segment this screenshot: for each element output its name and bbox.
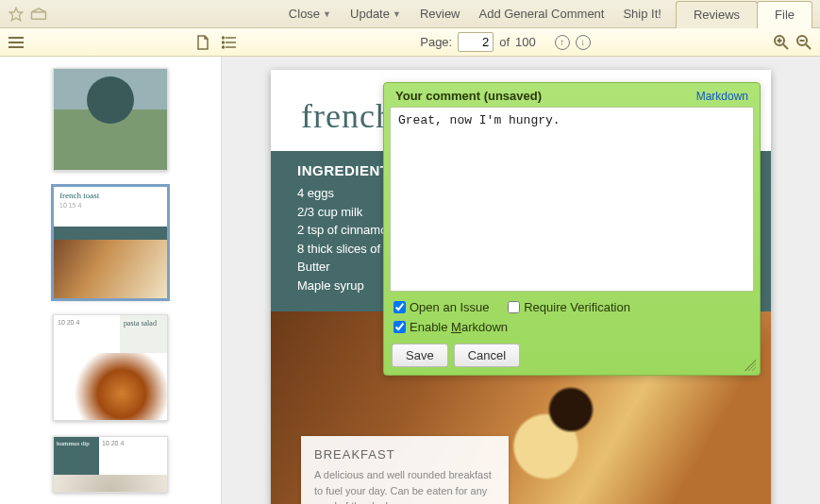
thumbnail-title: hummus dip <box>54 437 99 475</box>
review-button[interactable]: Review <box>410 3 470 25</box>
ship-it-label: Ship It! <box>623 7 661 21</box>
zoom-in-icon[interactable] <box>773 34 790 51</box>
add-general-comment-button[interactable]: Add General Comment <box>470 3 614 25</box>
enable-markdown-checkbox[interactable] <box>393 321 406 333</box>
svg-rect-1 <box>32 11 46 19</box>
thumbnail-banner <box>54 227 167 240</box>
require-verification-checkbox[interactable] <box>508 301 520 313</box>
svg-line-16 <box>806 44 811 49</box>
breakfast-card: BREAKFAST A delicious and well rounded b… <box>301 436 509 504</box>
thumbnail-sidebar[interactable]: french toast 10 15 4 10 20 4 pasta salad… <box>0 57 222 504</box>
tab-file-label: File <box>775 8 795 22</box>
thumbnail-1[interactable] <box>53 68 168 171</box>
thumbnail-meta: 10 20 4 <box>54 315 120 353</box>
tab-reviews[interactable]: Reviews <box>676 1 758 28</box>
open-issue-label: Open an Issue <box>410 300 490 314</box>
ship-it-button[interactable]: Ship It! <box>613 3 670 25</box>
save-button[interactable]: Save <box>392 344 448 367</box>
thumbnail-image <box>54 475 167 492</box>
open-issue-option[interactable]: Open an Issue <box>393 300 490 314</box>
zoom-out-icon[interactable] <box>795 34 812 51</box>
comment-box: Your comment (unsaved) Markdown Open an … <box>383 82 761 376</box>
thumbnail-title: pasta salad <box>120 315 167 353</box>
star-icon[interactable] <box>8 6 25 23</box>
page-toolbar: Page: of 100 ↑ ↓ <box>0 28 820 57</box>
enable-markdown-pre: Enable <box>410 320 451 334</box>
hamburger-icon[interactable] <box>8 34 25 51</box>
archive-icon[interactable] <box>30 6 47 23</box>
view-tabs: Reviews File <box>677 0 812 28</box>
cancel-button[interactable]: Cancel <box>454 344 520 367</box>
next-page-button[interactable]: ↓ <box>576 35 591 50</box>
top-toolbar: Close ▼ Update ▼ Review Add General Comm… <box>0 0 820 28</box>
thumbnail-4[interactable]: hummus dip 10 20 4 <box>53 436 168 493</box>
single-page-icon[interactable] <box>194 34 211 51</box>
page-of-label: of <box>499 35 510 49</box>
card-body: A delicious and well rounded breakfast t… <box>314 467 495 504</box>
enable-markdown-accel: M <box>451 320 461 334</box>
svg-point-10 <box>223 46 225 48</box>
svg-line-12 <box>783 44 788 49</box>
markdown-link[interactable]: Markdown <box>696 90 748 103</box>
card-heading: BREAKFAST <box>314 447 495 462</box>
page-label: Page: <box>420 35 452 49</box>
enable-markdown-post: arkdown <box>461 320 508 334</box>
caret-down-icon: ▼ <box>323 9 331 19</box>
thumbnail-title: french toast <box>59 191 161 200</box>
update-label: Update <box>350 7 390 21</box>
open-issue-checkbox[interactable] <box>393 301 406 313</box>
list-view-icon[interactable] <box>221 34 238 51</box>
close-menu[interactable]: Close ▼ <box>279 3 341 25</box>
require-verification-option[interactable]: Require Verification <box>508 300 630 314</box>
comment-title: Your comment (unsaved) <box>395 89 542 103</box>
prev-page-button[interactable]: ↑ <box>555 35 570 50</box>
add-comment-label: Add General Comment <box>479 7 605 21</box>
svg-point-9 <box>223 42 225 43</box>
thumbnail-image <box>54 69 167 171</box>
thumbnail-meta: 10 15 4 <box>59 202 161 209</box>
update-menu[interactable]: Update ▼ <box>341 3 410 25</box>
page-number-input[interactable] <box>458 32 494 52</box>
svg-marker-0 <box>9 8 22 20</box>
resize-grip-icon[interactable] <box>745 360 756 371</box>
thumbnail-3[interactable]: 10 20 4 pasta salad <box>53 314 168 421</box>
svg-point-8 <box>223 37 225 39</box>
thumbnail-meta: 10 20 4 <box>99 437 167 475</box>
caret-down-icon: ▼ <box>393 9 401 19</box>
thumbnail-header: french toast 10 15 4 <box>54 187 167 227</box>
thumbnail-2[interactable]: french toast 10 15 4 <box>53 186 168 298</box>
thumbnail-image <box>54 240 167 298</box>
comment-textarea[interactable] <box>390 107 754 292</box>
page-total: 100 <box>515 35 536 49</box>
thumbnail-image <box>54 353 167 421</box>
tab-reviews-label: Reviews <box>694 8 740 22</box>
review-label: Review <box>420 7 460 21</box>
require-verification-label: Require Verification <box>524 300 630 314</box>
close-label: Close <box>289 7 320 21</box>
tab-file[interactable]: File <box>757 1 812 28</box>
enable-markdown-option[interactable]: Enable Markdown <box>393 320 508 334</box>
